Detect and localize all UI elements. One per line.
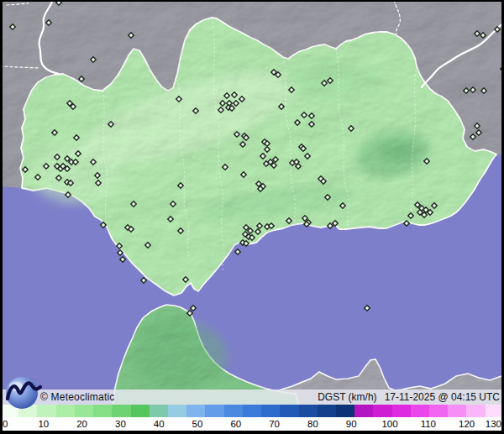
scale-color-block [112,405,130,417]
scale-tick-label: 10 [38,418,49,430]
meteoclimatic-logo [3,374,42,411]
scale-color-block [131,405,150,417]
scale-tick-label: 120 [459,418,475,430]
scale-color-block [243,405,261,417]
scale-tick-label: 80 [307,418,318,430]
coastal-plain-shading [29,140,122,204]
map-canvas [0,0,504,434]
scale-color-block [93,405,112,417]
meteoclimatic-wind-gust-map: © Meteoclimatic DGST (km/h) 17-11-2025 @… [0,0,504,434]
scale-color-block [354,405,373,417]
copyright-text: © Meteoclimatic [40,391,115,403]
scale-tick-label: 30 [115,418,126,430]
scale-color-block [75,405,93,417]
scale-color-block [318,405,336,417]
scale-tick-label: 130 [486,418,501,430]
scale-color-block [429,405,448,417]
scale-tick-label: 70 [269,418,280,430]
scale-color-block [280,405,298,417]
scale-color-block [261,405,280,417]
scale-tick-label: 90 [346,418,357,430]
scale-color-block [186,405,205,417]
scale-color-block [205,405,223,417]
scale-color-block [373,405,391,417]
scale-color-block [56,405,75,417]
scale-color-block [486,405,504,417]
scale-color-block [168,405,186,417]
scale-color-block [224,405,243,417]
scale-tick-label: 0 [3,418,8,430]
scale-color-block [448,405,466,417]
scale-color-block [299,405,318,417]
scale-color-block [336,405,354,417]
scale-tick-label: 40 [154,418,165,430]
scale-color-block [411,405,429,417]
scale-tick-label: 50 [192,418,203,430]
scale-tick-labels: 0102030405060708090100110120130 [0,417,504,431]
scale-tick-label: 60 [230,418,241,430]
scale-color-block [392,405,411,417]
color-scale-bar [0,405,504,417]
legend-text: DGST (km/h) 17-11-2025 @ 04:15 UTC [318,391,500,403]
variable-label: DGST (km/h) [318,391,376,403]
scale-tick-label: 110 [421,418,436,430]
scale-tick-label: 20 [76,418,87,430]
timestamp-label: 17-11-2025 @ 04:15 UTC [385,391,500,403]
scale-color-block [150,405,168,417]
attribution-bar: © Meteoclimatic DGST (km/h) 17-11-2025 @… [0,390,504,405]
scale-color-block [466,405,485,417]
scale-tick-label: 100 [381,418,397,430]
